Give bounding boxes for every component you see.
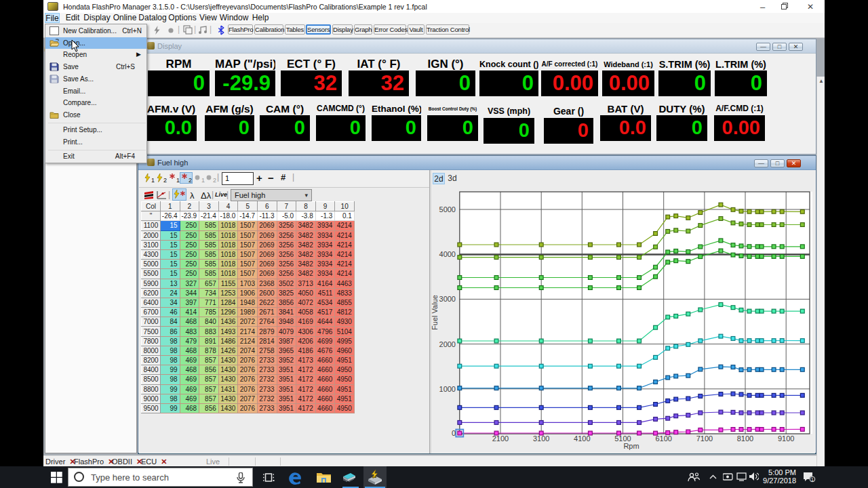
svg-text:2000: 2000	[439, 340, 456, 348]
svg-text:Fuel Value: Fuel Value	[431, 295, 439, 330]
svg-text:4000: 4000	[439, 250, 456, 258]
svg-text:2: 2	[163, 177, 167, 183]
svg-text:1: 1	[151, 177, 155, 183]
svg-text:6100: 6100	[655, 434, 671, 443]
svg-text:3100: 3100	[533, 434, 549, 443]
svg-text:4100: 4100	[574, 434, 590, 443]
svg-text:2100: 2100	[492, 434, 509, 443]
svg-text:5000: 5000	[439, 205, 456, 214]
svg-text:7100: 7100	[696, 434, 713, 443]
svg-text:Rpm: Rpm	[623, 442, 639, 450]
svg-text:1: 1	[201, 177, 205, 183]
svg-text:2: 2	[213, 177, 216, 183]
svg-text:1: 1	[811, 477, 814, 482]
svg-text:3000: 3000	[439, 295, 456, 303]
svg-text:9100: 9100	[778, 434, 794, 443]
svg-text:8100: 8100	[737, 434, 753, 443]
svg-text:0: 0	[452, 429, 456, 437]
svg-text:1000: 1000	[439, 385, 456, 393]
svg-text:2: 2	[189, 177, 192, 183]
